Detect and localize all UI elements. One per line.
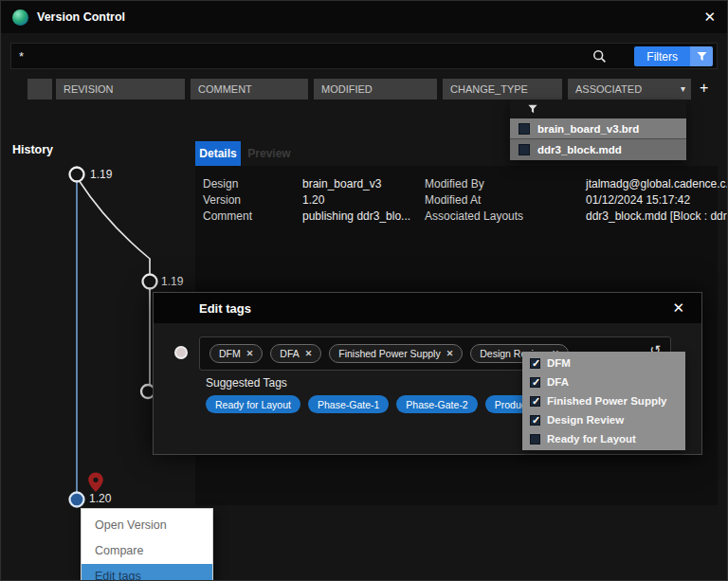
tag-option[interactable]: Finished Power Supply xyxy=(522,391,685,410)
funnel-icon xyxy=(528,100,537,118)
tag-option[interactable]: DFA xyxy=(522,372,685,391)
tag-option-label: DFM xyxy=(547,357,571,369)
context-menu-edit-tags[interactable]: Edit tags xyxy=(82,564,212,581)
version-node-highlight[interactable] xyxy=(174,346,188,359)
version-node-branch[interactable] xyxy=(143,275,157,289)
window-close-button[interactable]: ✕ xyxy=(703,9,716,26)
filter-column-associated-label: ASSOCIATED xyxy=(575,83,642,95)
detail-label-modified-by: Modified By xyxy=(425,177,484,191)
version-control-window: Version Control ✕ * Filters REVISION COM… xyxy=(0,0,728,581)
tag-chip: DFA ✕ xyxy=(270,344,321,363)
checkbox[interactable] xyxy=(530,377,540,388)
tag-chip-label: DFA xyxy=(280,348,299,359)
tag-chip: Finished Power Supply ✕ xyxy=(329,344,463,363)
version-label: 1.19 xyxy=(90,168,112,181)
checkbox[interactable] xyxy=(519,144,530,155)
tag-option-label: DFA xyxy=(547,376,569,388)
app-logo-icon xyxy=(12,9,28,26)
filter-column-revision[interactable]: REVISION xyxy=(56,79,185,100)
tag-chip: DFM ✕ xyxy=(209,344,263,363)
filter-column-associated[interactable]: ASSOCIATED ▾ xyxy=(568,79,691,100)
detail-label-version: Version xyxy=(203,193,241,207)
tag-option[interactable]: Ready for Layout xyxy=(522,429,685,448)
context-menu-open-version[interactable]: Open Version xyxy=(82,513,212,538)
context-menu-compare[interactable]: Compare xyxy=(82,538,212,564)
checkbox[interactable] xyxy=(530,358,540,369)
detail-value-design: brain_board_v3 xyxy=(302,177,381,191)
suggested-tag-chip[interactable]: Ready for Layout xyxy=(206,395,300,413)
filter-column-comment[interactable]: COMMENT xyxy=(191,79,308,100)
checkbox[interactable] xyxy=(530,434,540,445)
context-menu: Open Version Compare Edit tags xyxy=(81,508,213,581)
detail-value-version: 1.20 xyxy=(302,193,324,207)
tab-details[interactable]: Details xyxy=(195,141,241,166)
location-pin-hole xyxy=(93,478,98,482)
add-filter-column-button[interactable]: + xyxy=(700,80,708,97)
search-input[interactable]: * Filters xyxy=(10,43,718,69)
filter-column-modified[interactable]: MODIFIED xyxy=(314,79,437,100)
suggested-tag-chip[interactable]: Phase-Gate-2 xyxy=(396,395,477,413)
associated-option-ddr3-block[interactable]: ddr3_block.mdd xyxy=(510,139,686,160)
associated-option-brain-board[interactable]: brain_board_v3.brd xyxy=(510,118,686,139)
tag-chip-label: DFM xyxy=(219,348,241,359)
edit-tags-dialog: Edit tags ✕ DFM ✕ DFA ✕ Finished Power S… xyxy=(153,292,702,455)
tag-chip-label: Finished Power Supply xyxy=(338,348,440,359)
filters-button[interactable]: Filters xyxy=(634,46,713,66)
tag-option[interactable]: DFM xyxy=(522,354,685,372)
associated-option-label: ddr3_block.mdd xyxy=(537,144,622,155)
detail-value-comment: publishing ddr3_blo... xyxy=(302,209,410,223)
version-node-1-19[interactable] xyxy=(70,168,84,182)
tag-dropdown: DFM DFA Finished Power Supply Design Rev… xyxy=(522,352,685,450)
filters-button-label: Filters xyxy=(634,46,690,66)
checkbox[interactable] xyxy=(530,396,540,407)
version-label: 1.19 xyxy=(161,275,183,288)
search-value: * xyxy=(19,49,24,64)
edit-tags-title: Edit tags xyxy=(199,301,251,316)
version-node-1-20[interactable] xyxy=(70,493,84,507)
tab-preview[interactable]: Preview xyxy=(243,141,296,166)
detail-label-comment: Comment xyxy=(203,209,252,223)
checkbox[interactable] xyxy=(519,123,530,135)
titlebar: Version Control ✕ xyxy=(1,1,727,33)
edit-tags-close-button[interactable]: ✕ xyxy=(672,300,684,317)
dropdown-filter-header xyxy=(510,100,686,118)
tag-option-label: Ready for Layout xyxy=(547,433,636,445)
detail-label-associated-layouts: Associated Layouts xyxy=(425,209,523,223)
associated-filter-dropdown: brain_board_v3.brd ddr3_block.mdd xyxy=(510,100,686,160)
remove-tag-icon[interactable]: ✕ xyxy=(305,349,313,358)
remove-tag-icon[interactable]: ✕ xyxy=(246,349,254,358)
tag-option-label: Design Review xyxy=(547,414,624,426)
window-title: Version Control xyxy=(37,10,125,24)
search-icon[interactable] xyxy=(592,49,607,67)
location-pin-icon xyxy=(88,472,103,492)
associated-option-label: brain_board_v3.brd xyxy=(537,123,639,135)
tag-option-label: Finished Power Supply xyxy=(547,395,667,407)
edit-tags-header: Edit tags ✕ xyxy=(154,293,701,323)
checkbox[interactable] xyxy=(530,415,540,426)
timeline-side-branch xyxy=(79,180,150,275)
detail-value-modified-at: 01/12/2024 15:17:42 xyxy=(586,193,690,207)
suggested-tag-chip[interactable]: Phase-Gate-1 xyxy=(308,395,389,413)
detail-label-design: Design xyxy=(203,177,238,191)
suggested-tags-heading: Suggested Tags xyxy=(206,376,287,390)
filter-funnel-icon xyxy=(690,46,713,66)
detail-value-modified-by: jtalmadg@global.cadence.c... xyxy=(586,177,728,191)
chevron-down-icon[interactable]: ▾ xyxy=(681,79,685,100)
detail-value-associated-layouts: ddr3_block.mdd [Block : ddr3_... xyxy=(586,209,728,223)
history-heading: History xyxy=(12,143,53,156)
detail-label-modified-at: Modified At xyxy=(425,193,481,207)
version-label: 1.20 xyxy=(89,492,111,505)
filter-column-change-type[interactable]: CHANGE_TYPE xyxy=(443,79,562,100)
tag-option[interactable]: Design Review xyxy=(522,410,685,429)
remove-tag-icon[interactable]: ✕ xyxy=(446,349,454,358)
filter-column-blank[interactable] xyxy=(27,79,52,100)
